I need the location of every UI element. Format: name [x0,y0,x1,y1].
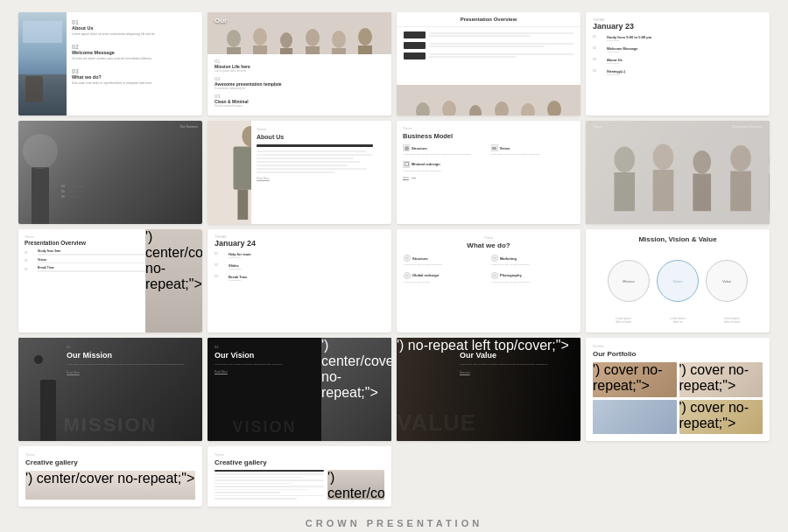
slide-4[interactable]: THEME January 23 01 Study from 9:00 to 5… [586,12,770,116]
slide-3[interactable]: Presentation Overview [397,12,580,116]
slide-1[interactable]: 01 About Us Lorem ipsum dolor sit amet c… [18,12,202,116]
slide-3-body [397,27,580,85]
slide-7[interactable]: Theme Business Model Structure Lorem ips… [397,121,580,224]
slide-15[interactable]: ') no-repeat left top/cover;"> VALUE 03 … [397,338,580,441]
slides-grid: 01 About Us Lorem ipsum dolor sit amet c… [1,0,787,514]
slide-12[interactable]: Mission, Vision & Value Mission Vision V… [586,229,770,332]
slide-17[interactable]: Theme Creative gallery ') center/cover n… [18,446,202,507]
slide-6[interactable]: Theme About Us Read More [208,121,391,224]
slide-1-text: 01 About Us Lorem ipsum dolor sit amet c… [67,12,202,116]
slide-8[interactable]: Theme Presentation Overview [586,121,770,224]
slide-5[interactable]: Our Services 04 Our Services 05 Happy cl… [18,121,202,224]
slide-1-photo [18,12,67,116]
slide-3-photo [397,85,580,116]
slide-14[interactable]: ') center/cover no-repeat;"> VISION 02 O… [208,338,391,441]
slide-11[interactable]: Theme What we do? Structure Lorem ipsum … [397,229,580,332]
slide-9[interactable]: Theme Presentation Overview 01 Study fro… [18,229,202,332]
slide-13[interactable]: MISSION 01 Our Mission Lorem ipsum dolor… [18,338,202,441]
footer-title: CROWN PRESENTATION [306,518,482,532]
slide-10[interactable]: THEME January 24 01 Help for team Lorem … [208,229,391,332]
slide-18[interactable]: Theme Creative gallery ') center/cover n [208,446,391,507]
slide-2[interactable]: Our 01 Mission Life here Lorem ipsum dol… [208,12,391,116]
slide-3-header: Presentation Overview [397,12,580,27]
slide-16[interactable]: Portfolio Our Portfolio ') cover no-repe… [586,338,770,441]
